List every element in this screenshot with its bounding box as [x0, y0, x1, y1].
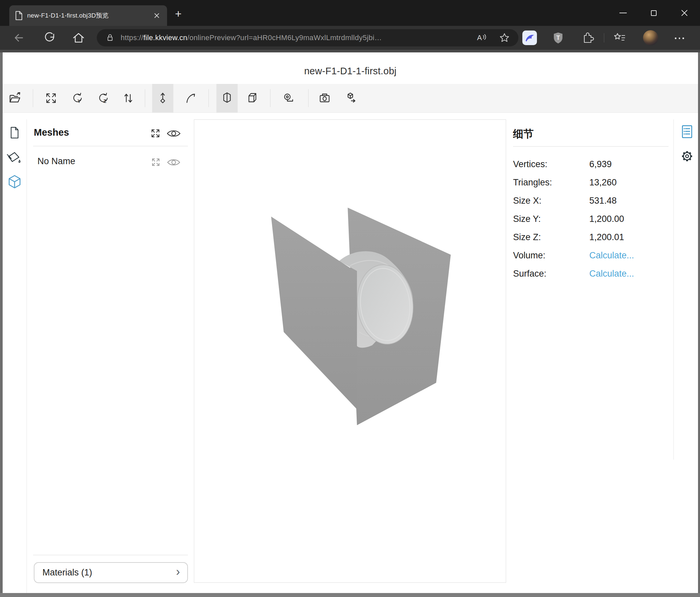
details-panel-title: 细节	[513, 127, 534, 141]
navigation-bar: https://file.kkview.cn/onlinePreview?url…	[0, 26, 700, 50]
profile-avatar[interactable]	[643, 30, 658, 45]
meshes-fit-icon[interactable]	[150, 128, 161, 139]
viewer-toolbar: Y Z	[3, 84, 698, 113]
meshes-panel-title: Meshes	[34, 127, 69, 138]
model-viewport[interactable]	[194, 119, 506, 583]
svg-text:Y: Y	[78, 98, 81, 104]
maximize-button[interactable]	[649, 8, 658, 18]
model-3d-render	[194, 120, 506, 582]
window-border-right	[698, 52, 700, 597]
nav-separator	[604, 33, 604, 43]
window-border-left	[0, 52, 3, 597]
screenshot-button[interactable]	[314, 84, 335, 113]
mesh-item-visibility-icon[interactable]	[167, 158, 181, 167]
detail-row-size-z: Size Z:1,200.01	[513, 232, 669, 246]
read-aloud-icon[interactable]: A	[477, 33, 486, 42]
details-divider	[513, 146, 669, 147]
meshes-divider	[33, 146, 188, 146]
chevron-right-icon: ›	[176, 567, 180, 577]
move-tool-button[interactable]	[152, 84, 173, 113]
shield-extension-icon[interactable]: T	[551, 31, 565, 44]
open-file-button[interactable]	[4, 84, 26, 113]
detail-row-vertices: Vertices:6,939	[513, 159, 669, 173]
back-icon[interactable]	[12, 31, 26, 44]
extensions-puzzle-icon[interactable]	[581, 31, 594, 44]
settings-gear-icon[interactable]	[680, 149, 694, 163]
svg-text:T: T	[556, 34, 560, 41]
flip-vertical-button[interactable]	[118, 84, 139, 113]
tab-title: new-F1-D1-1-first.obj3D预览	[27, 11, 148, 20]
materials-divider	[33, 555, 188, 555]
minimize-button[interactable]	[618, 8, 628, 18]
mesh-item-fit-icon[interactable]	[151, 157, 161, 167]
wireframe-view-button[interactable]	[242, 84, 264, 113]
browser-tab[interactable]: new-F1-D1-1-first.obj3D预览	[9, 5, 167, 26]
page-top-shadow	[0, 50, 700, 52]
rotate-z-button[interactable]: Z	[92, 84, 114, 113]
details-panel-icon[interactable]	[681, 125, 693, 139]
model-left-plane	[271, 217, 357, 409]
detail-row-surface: Surface:Calculate...	[513, 269, 669, 283]
page-title: new-F1-D1-1-first.obj	[3, 66, 698, 77]
materials-label: Materials (1)	[43, 568, 92, 578]
orbit-tool-button[interactable]	[180, 84, 201, 113]
refresh-icon[interactable]	[43, 31, 56, 44]
mesh-item-label[interactable]: No Name	[38, 156, 75, 167]
bird-extension-icon[interactable]	[522, 30, 537, 45]
url-text: https://file.kkview.cn/onlinePreview?url…	[121, 33, 472, 42]
export-model-button[interactable]	[340, 84, 361, 113]
address-bar[interactable]: https://file.kkview.cn/onlinePreview?url…	[97, 29, 518, 46]
fit-view-button[interactable]	[41, 84, 61, 113]
close-window-button[interactable]	[679, 8, 690, 18]
home-icon[interactable]	[72, 31, 85, 44]
left-strip-divider	[26, 119, 27, 593]
browser-menu-icon[interactable]	[675, 38, 684, 39]
new-tab-button[interactable]: +	[172, 7, 185, 21]
detail-row-size-x: Size X:531.48	[513, 196, 669, 210]
measure-tool-button[interactable]	[278, 84, 300, 113]
calculate-volume-link[interactable]: Calculate...	[589, 250, 634, 261]
rotate-y-button[interactable]: Y	[66, 84, 88, 113]
svg-text:Z: Z	[103, 98, 106, 104]
viewer-page: new-F1-D1-1-first.obj Y	[3, 52, 698, 593]
calculate-surface-link[interactable]: Calculate...	[589, 269, 634, 279]
meshes-visibility-icon[interactable]	[166, 129, 181, 138]
collections-icon[interactable]	[613, 31, 626, 44]
tab-close-icon[interactable]	[152, 11, 161, 20]
detail-row-triangles: Triangles:13,260	[513, 177, 669, 191]
materials-panel-icon[interactable]	[5, 149, 23, 167]
browser-window: new-F1-D1-1-first.obj3D预览 + h	[0, 0, 700, 597]
meshes-panel-icon[interactable]	[7, 174, 22, 190]
window-border-bottom	[0, 593, 700, 597]
titlebar: new-F1-D1-1-first.obj3D预览 +	[0, 0, 700, 26]
detail-row-size-y: Size Y:1,200.00	[513, 214, 669, 228]
favorite-star-icon[interactable]	[499, 32, 510, 44]
solid-view-button[interactable]	[217, 84, 238, 113]
lock-icon	[105, 32, 115, 44]
detail-row-volume: Volume:Calculate...	[513, 250, 669, 264]
document-icon	[15, 11, 23, 20]
file-panel-icon[interactable]	[9, 126, 21, 139]
materials-button[interactable]: Materials (1) ›	[34, 562, 188, 583]
